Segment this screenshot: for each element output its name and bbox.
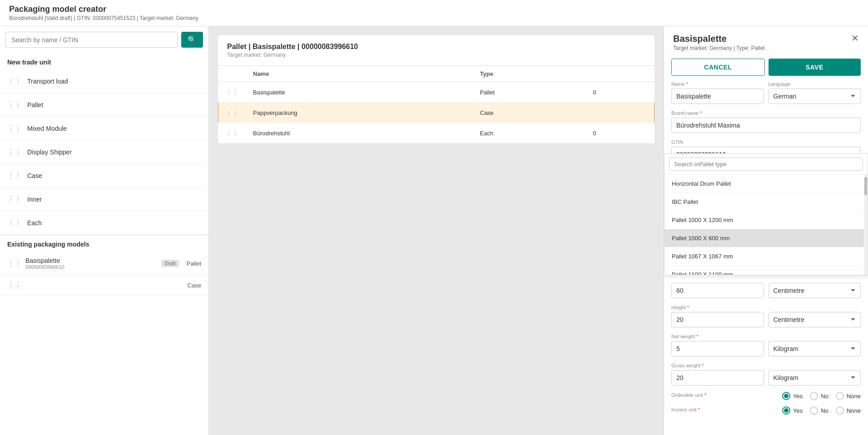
- app-header: Packaging model creator Bürodrehstuhl (V…: [0, 0, 868, 26]
- invoice-unit-label: Invoice unit *: [671, 407, 778, 412]
- gross-weight-input[interactable]: [671, 370, 764, 386]
- close-button[interactable]: ✕: [851, 34, 859, 43]
- sidebar-item-case[interactable]: ⋮⋮ Case: [0, 164, 208, 188]
- name-input[interactable]: [671, 89, 764, 104]
- language-label: Language: [769, 81, 861, 87]
- existing-item-basispalette[interactable]: ⋮⋮ Basispalette 00000083996610 Draft Pal…: [0, 252, 208, 276]
- radio-no-icon: [810, 392, 818, 400]
- radio-label: Yes: [793, 407, 803, 414]
- sidebar-item-pallet[interactable]: ⋮⋮ Pallet: [0, 93, 208, 117]
- row-type: Pallet: [473, 82, 586, 103]
- row-type: Each: [473, 123, 586, 143]
- table-row-selected[interactable]: ⋮⋮ Pappverpackung Case: [218, 103, 655, 123]
- depth-input[interactable]: [671, 283, 764, 298]
- sidebar-item-label: Inner: [27, 196, 42, 203]
- orderable-unit-yes[interactable]: Yes: [782, 392, 803, 400]
- row-name: Basispalette: [246, 82, 473, 103]
- center-content: Pallet | Basispalette | 00000083996610 T…: [209, 26, 664, 435]
- depth-unit-select[interactable]: Centimetre: [769, 283, 861, 298]
- drag-icon: ⋮⋮: [226, 89, 238, 96]
- dropdown-item-pallet-1100-1100[interactable]: Pallet 1100 X 1100 mm: [665, 266, 868, 275]
- sidebar-item-each[interactable]: ⋮⋮ Each: [0, 211, 208, 235]
- dropdown-item-horizontal-drum-pallet[interactable]: Horizontal Drum Pallet: [665, 175, 868, 193]
- sidebar-item-transport-load[interactable]: ⋮⋮ Transport load: [0, 69, 208, 93]
- row-name: Pappverpackung: [246, 103, 473, 123]
- height-input[interactable]: [671, 312, 764, 327]
- search-input[interactable]: [5, 32, 178, 48]
- dropdown-search: [665, 154, 868, 175]
- col-type: Type: [473, 66, 586, 82]
- net-weight-unit-select[interactable]: Kilogram: [769, 341, 861, 356]
- radio-label: None: [847, 393, 861, 400]
- radio-dot: [784, 408, 789, 413]
- row-name: Bürodrehstuhl: [246, 123, 473, 143]
- invoice-unit-yes[interactable]: Yes: [782, 406, 803, 415]
- row-type: Case: [473, 103, 586, 123]
- height-unit-select[interactable]: Centimetre: [769, 312, 861, 327]
- sidebar-item-label: Pallet: [27, 101, 43, 109]
- sidebar-item-mixed-module[interactable]: ⋮⋮ Mixed Module: [0, 117, 208, 140]
- search-button[interactable]: 🔍: [181, 32, 203, 48]
- dropdown-item-pallet-1000-1200[interactable]: Pallet 1000 X 1200 mm: [665, 211, 868, 229]
- drag-icon: ⋮⋮: [7, 148, 22, 156]
- app-subtitle: Bürodrehstuhl (Valid draft) | GTIN: 0000…: [9, 15, 859, 21]
- language-select[interactable]: German: [769, 89, 861, 104]
- radio-none-icon: [836, 392, 844, 400]
- panel-title: Basispalette: [673, 34, 765, 44]
- gtin-label: GTIN: [671, 139, 861, 145]
- pallet-card-header: Pallet | Basispalette | 00000083996610 T…: [218, 35, 655, 66]
- sidebar-item-label: Transport load: [27, 78, 68, 85]
- brand-name-input[interactable]: [671, 118, 861, 133]
- sidebar-item-display-shipper[interactable]: ⋮⋮ Display Shipper: [0, 140, 208, 164]
- drag-icon: ⋮⋮: [7, 195, 22, 203]
- dropdown-item-ibc-pallet[interactable]: IBC Pallet: [665, 193, 868, 211]
- right-panel: Basispalette Target market: Germany | Ty…: [664, 26, 868, 435]
- existing-title: Existing packaging models: [0, 235, 208, 252]
- cancel-button[interactable]: CANCEL: [671, 59, 765, 76]
- invoice-unit-none[interactable]: None: [836, 406, 861, 415]
- radio-no-icon: [810, 406, 818, 415]
- pallet-title: Pallet | Basispalette | 00000083996610: [227, 43, 645, 51]
- draft-badge: Draft: [161, 260, 179, 267]
- table-row[interactable]: ⋮⋮ Basispalette Pallet 0: [218, 82, 655, 103]
- search-bar: 🔍: [0, 26, 208, 53]
- col-extra: [585, 66, 654, 82]
- drag-icon: ⋮⋮: [226, 109, 238, 116]
- pallet-subtitle: Target market: Germany: [227, 52, 645, 58]
- invoice-unit-no[interactable]: No: [810, 406, 828, 415]
- drag-icon: ⋮⋮: [7, 124, 22, 133]
- existing-name: Basispalette: [25, 257, 158, 264]
- pallet-type-search-input[interactable]: [669, 158, 863, 171]
- panel-subtitle: Target market: Germany | Type: Pallet: [673, 45, 765, 51]
- save-button[interactable]: SAVE: [769, 59, 861, 76]
- existing-gtin: 00000083996610: [25, 264, 158, 270]
- sidebar-item-inner[interactable]: ⋮⋮ Inner: [0, 188, 208, 211]
- drag-icon: ⋮⋮: [7, 281, 22, 290]
- height-unit-label: [769, 305, 861, 310]
- gross-weight-unit-select[interactable]: Kilogram: [769, 370, 861, 386]
- panel-actions: CANCEL SAVE: [664, 55, 868, 81]
- drag-icon: ⋮⋮: [226, 129, 238, 137]
- dropdown-item-pallet-1000-600[interactable]: Pallet 1000 X 600 mm: [665, 229, 868, 247]
- dropdown-item-pallet-1067-1067[interactable]: Pallet 1067 X 1067 mm: [665, 247, 868, 266]
- table-row[interactable]: ⋮⋮ Bürodrehstuhl Each 0: [218, 123, 655, 143]
- radio-yes-icon: [782, 406, 790, 415]
- sidebar-item-label: Mixed Module: [27, 125, 67, 132]
- gross-weight-label: Gross weight *: [671, 363, 764, 368]
- orderable-unit-none[interactable]: None: [836, 392, 861, 400]
- existing-item-case[interactable]: ⋮⋮ Case: [0, 276, 208, 296]
- app-title: Packaging model creator: [9, 5, 859, 14]
- orderable-unit-no[interactable]: No: [810, 392, 828, 400]
- pallet-card: Pallet | Basispalette | 00000083996610 T…: [218, 35, 655, 143]
- drag-icon: ⋮⋮: [7, 100, 22, 109]
- radio-none-icon: [836, 406, 844, 415]
- net-weight-input[interactable]: [671, 341, 764, 356]
- col-drag: [218, 66, 246, 82]
- row-extra: 0: [585, 82, 654, 103]
- form-section-lower: Centimetre Height * Centimetre: [664, 283, 868, 426]
- dropdown-scroll: Horizontal Drum Pallet IBC Pallet Pallet…: [665, 175, 868, 275]
- height-label: Height *: [671, 305, 764, 310]
- existing-type: Case: [188, 282, 201, 289]
- drag-icon: ⋮⋮: [7, 171, 22, 180]
- panel-header: Basispalette Target market: Germany | Ty…: [664, 26, 868, 55]
